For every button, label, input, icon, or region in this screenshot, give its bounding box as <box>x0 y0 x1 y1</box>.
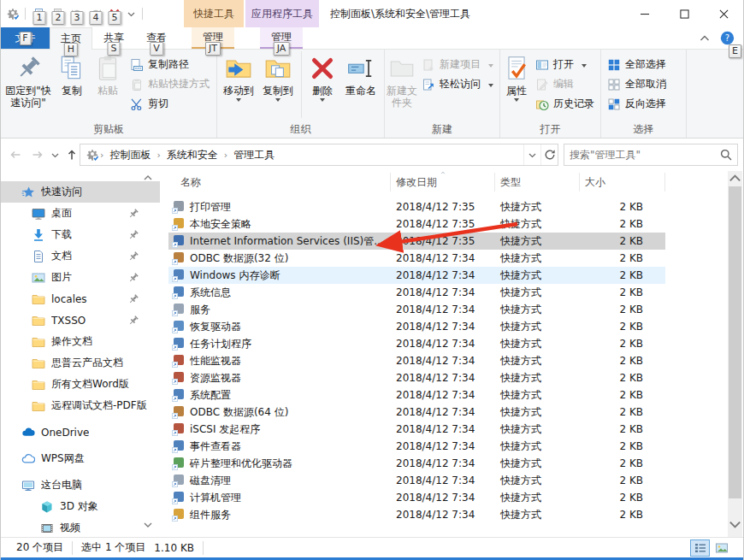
file-row[interactable]: 恢复驱动器2018/4/12 7:34快捷方式2 KB <box>168 318 665 335</box>
refresh-button[interactable] <box>540 144 558 165</box>
sidebar-scroll-up[interactable] <box>143 173 153 183</box>
column-header-name[interactable]: 名称 <box>168 173 391 192</box>
tab-manage-shortcut-tools[interactable]: 管理 JT <box>192 27 234 49</box>
rename-button[interactable]: 重命名 <box>340 51 382 123</box>
sidebar-item[interactable]: 快速访问 <box>1 181 160 203</box>
sidebar-item[interactable]: 视频 <box>1 517 160 537</box>
file-row[interactable]: 任务计划程序2018/4/12 7:34快捷方式2 KB <box>168 335 665 352</box>
sidebar-item[interactable]: 下载 <box>1 224 160 245</box>
scroll-down-button[interactable] <box>728 517 742 532</box>
search-button[interactable] <box>715 144 737 165</box>
sidebar-item-label: 图片 <box>51 270 72 285</box>
file-row[interactable]: 事件查看器2018/4/12 7:34快捷方式2 KB <box>168 438 665 455</box>
select-all-button[interactable]: 全部选择 <box>603 55 670 74</box>
task-scheduler-icon <box>172 338 185 351</box>
file-row[interactable]: 性能监视器2018/4/12 7:34快捷方式2 KB <box>168 352 665 369</box>
file-row[interactable]: 系统信息2018/4/12 7:34快捷方式2 KB <box>168 284 665 301</box>
tab-home[interactable]: 主页 H <box>50 27 92 50</box>
sidebar-item[interactable]: WPS网盘 <box>1 448 160 469</box>
file-row[interactable]: iSCSI 发起程序2018/4/12 7:34快捷方式2 KB <box>168 421 665 438</box>
sidebar-item[interactable]: 远程调试文档-PDF版 <box>1 395 160 416</box>
sidebar-item[interactable]: locales <box>1 288 160 309</box>
file-row[interactable]: 系统配置2018/4/12 7:34快捷方式2 KB <box>168 386 665 404</box>
qat-customize-button[interactable] <box>125 4 137 23</box>
copy-path-button[interactable]: 复制路径 <box>126 55 214 74</box>
open-button[interactable]: 打开 <box>531 55 599 74</box>
file-row[interactable]: 计算机管理2018/4/12 7:34快捷方式2 KB <box>168 489 665 506</box>
details-view-button[interactable] <box>690 539 710 557</box>
breadcrumb-item[interactable]: 系统和安全 <box>162 148 223 162</box>
file-name-cell: 系统配置 <box>168 388 391 403</box>
sidebar-item[interactable]: 桌面 <box>1 203 160 224</box>
breadcrumb-item[interactable]: 管理工具 <box>228 148 280 162</box>
minimize-ribbon-button[interactable] <box>698 32 712 45</box>
recent-locations-button[interactable] <box>49 144 61 166</box>
file-row[interactable]: 服务2018/4/12 7:34快捷方式2 KB <box>168 301 665 318</box>
maximize-button[interactable] <box>664 0 704 27</box>
sidebar-item[interactable]: OneDrive <box>1 421 160 443</box>
file-row[interactable]: ODBC 数据源(32 位)2018/4/12 7:34快捷方式2 KB <box>168 250 665 267</box>
dropdown-caret <box>582 64 587 70</box>
file-row[interactable]: 打印管理2018/4/12 7:35快捷方式2 KB <box>168 198 665 215</box>
file-row[interactable]: 本地安全策略2018/4/12 7:35快捷方式2 KB <box>168 215 665 233</box>
tab-file[interactable]: 文件 F <box>1 27 50 49</box>
copy-to-button[interactable]: 复制到 <box>258 51 298 123</box>
select-none-button[interactable]: 全部取消 <box>603 74 670 94</box>
sidebar-item[interactable]: TXSSO <box>1 309 160 331</box>
sidebar-item[interactable]: 这台电脑 <box>1 475 160 496</box>
file-row[interactable]: 磁盘清理2018/4/12 7:34快捷方式2 KB <box>168 472 665 489</box>
close-button[interactable] <box>704 0 743 27</box>
sidebar-scroll-down[interactable] <box>143 520 153 530</box>
file-type: 快捷方式 <box>495 457 580 471</box>
copy-path-icon <box>130 58 144 72</box>
pin-to-quick-access-button[interactable]: 固定到"快速访问" <box>3 51 54 123</box>
qat-delete-button[interactable]: 5 <box>106 4 123 23</box>
forward-button <box>27 144 49 166</box>
sidebar-item[interactable]: 图片 <box>1 267 160 288</box>
cut-button[interactable]: 剪切 <box>126 94 214 114</box>
history-button[interactable]: 历史记录 <box>531 94 599 114</box>
group-label-new: 新建 <box>385 122 499 137</box>
tab-share[interactable]: 共享 S <box>92 27 135 49</box>
sidebar-item[interactable]: 所有文档Word版 <box>1 374 160 395</box>
pin-icon <box>14 54 43 83</box>
scrollbar-thumb[interactable] <box>729 186 741 498</box>
large-icons-view-button[interactable] <box>712 539 731 557</box>
minimize-button[interactable] <box>625 0 664 27</box>
copy-button[interactable]: 复制 <box>54 51 90 123</box>
search-input[interactable] <box>564 149 715 161</box>
delete-button[interactable]: 删除 <box>305 51 340 123</box>
sidebar-item[interactable]: 3D 对象 <box>1 496 160 517</box>
scroll-up-button[interactable] <box>728 171 742 186</box>
help-button[interactable]: ? <box>720 31 735 45</box>
file-row[interactable]: 资源监视器2018/4/12 7:34快捷方式2 KB <box>168 369 665 386</box>
file-row[interactable]: Windows 内存诊断2018/4/12 7:34快捷方式2 KB <box>168 267 665 284</box>
file-size: 2 KB <box>580 423 665 435</box>
file-row[interactable]: 碎片整理和优化驱动器2018/4/12 7:34快捷方式2 KB <box>168 455 665 472</box>
qat-properties-button[interactable]: 1 <box>31 4 48 23</box>
address-bar[interactable]: ›控制面板›系统和安全›管理工具 <box>80 144 558 166</box>
sidebar-item[interactable]: 思普云产品文档 <box>1 352 160 374</box>
tab-view[interactable]: 查看 V <box>135 27 178 49</box>
column-header-date-modified[interactable]: 修改日期 <box>391 173 495 192</box>
paste-button: 粘贴 <box>90 51 126 123</box>
file-row[interactable]: 组件服务2018/4/12 7:34快捷方式2 KB <box>168 506 665 523</box>
ribbon-group-clipboard: 固定到"快速访问" 复制 粘贴 复制路径 <box>1 50 217 138</box>
breadcrumb-item[interactable]: 控制面板 <box>104 148 156 162</box>
tab-manage-application-tools[interactable]: 管理 JA <box>260 27 303 49</box>
sidebar-item[interactable]: 操作文档 <box>1 331 160 352</box>
column-header-type[interactable]: 类型 <box>495 173 580 192</box>
address-dropdown-button[interactable] <box>523 144 540 165</box>
sidebar-item[interactable]: 文档 <box>1 245 160 267</box>
properties-button[interactable]: 属性 <box>502 51 531 123</box>
invert-selection-button[interactable]: 反向选择 <box>603 94 670 114</box>
file-name-cell: 资源监视器 <box>168 371 391 386</box>
easy-access-button[interactable]: 轻松访问 <box>417 74 498 94</box>
file-size: 2 KB <box>580 252 665 264</box>
file-row[interactable]: ODBC 数据源(64 位)2018/4/12 7:34快捷方式2 KB <box>168 404 665 421</box>
vertical-scrollbar[interactable] <box>728 171 742 537</box>
file-name-cell: 任务计划程序 <box>168 337 391 351</box>
file-row[interactable]: Internet Information Services (IIS)管...2… <box>168 233 665 250</box>
move-to-button[interactable]: 移动到 <box>219 51 258 123</box>
column-header-size[interactable]: 大小 <box>580 173 665 192</box>
